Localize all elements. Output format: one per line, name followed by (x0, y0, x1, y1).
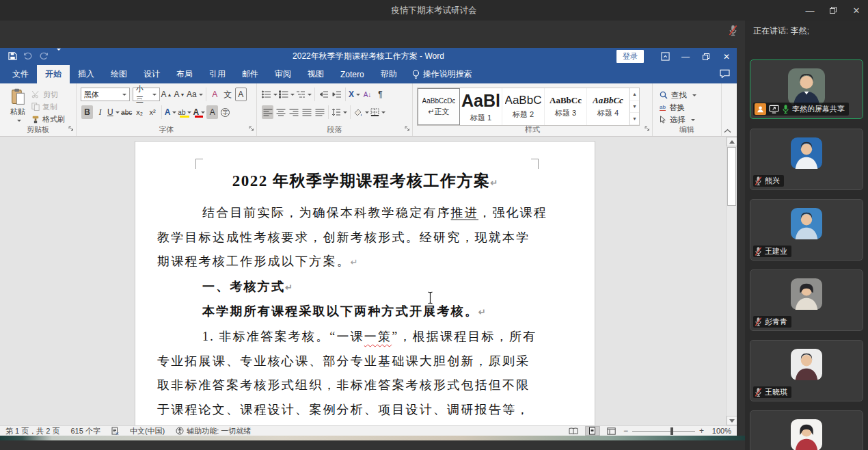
style-heading2[interactable]: AaBbC 标题 2 (502, 88, 545, 125)
undo-icon[interactable] (23, 51, 33, 63)
tab-home[interactable]: 开始 (37, 65, 70, 83)
find-button[interactable]: 查找 (660, 89, 718, 101)
align-left-button[interactable] (262, 105, 273, 119)
participant-tile[interactable]: 王晓琪 (750, 340, 863, 401)
tab-draw[interactable]: 绘图 (103, 65, 135, 83)
show-hide-pilcrow-button[interactable]: ¶ (375, 88, 386, 101)
enclose-characters-button[interactable]: 字 (219, 105, 231, 119)
distribute-button[interactable] (314, 105, 325, 119)
style-heading3[interactable]: AaBbCc 标题 3 (545, 88, 587, 125)
style-heading4[interactable]: AaBbCc 标题 4 (587, 88, 629, 125)
align-center-button[interactable] (275, 105, 286, 119)
vertical-scrollbar[interactable] (726, 137, 737, 425)
tab-view[interactable]: 视图 (299, 65, 332, 83)
character-shading-button[interactable]: A (206, 105, 218, 119)
web-layout-icon[interactable] (604, 426, 619, 436)
font-name-combo[interactable]: 黑体 (81, 88, 130, 101)
read-mode-icon[interactable] (566, 426, 581, 436)
page-indicator[interactable]: 第 1 页，共 2 页 (5, 426, 59, 436)
paragraph-dialog-launcher[interactable] (405, 122, 410, 134)
word-close-icon[interactable]: ✕ (716, 48, 737, 65)
sign-in-button[interactable]: 登录 (616, 50, 644, 63)
zoom-slider-thumb[interactable] (670, 427, 673, 435)
copy-button[interactable]: 复制 (31, 101, 65, 112)
sort-button[interactable]: A↓ (362, 88, 373, 101)
decrease-indent-button[interactable] (318, 88, 329, 101)
participant-tile[interactable]: 王建业 (750, 199, 863, 261)
phonetic-guide-button[interactable]: 文 (222, 88, 234, 101)
styles-dialog-launcher[interactable] (645, 122, 650, 134)
qat-customize-icon[interactable] (55, 51, 61, 63)
styles-more-icon[interactable]: ▼ (630, 113, 639, 125)
numbering-button[interactable] (279, 88, 295, 101)
zoom-in-icon[interactable]: + (699, 426, 704, 436)
tab-mailings[interactable]: 邮件 (234, 65, 267, 83)
scroll-up-icon[interactable] (727, 137, 737, 146)
styles-scroll-down-icon[interactable]: ▼ (630, 101, 639, 113)
meeting-maximize-icon[interactable] (822, 0, 845, 21)
accessibility-status[interactable]: 辅助功能: 一切就绪 (176, 426, 251, 436)
text-effects-button[interactable]: A (165, 105, 177, 119)
cut-button[interactable]: 剪切 (31, 89, 65, 100)
tab-references[interactable]: 引用 (201, 65, 234, 83)
redo-icon[interactable] (39, 51, 49, 63)
borders-button[interactable] (370, 105, 385, 119)
participant-tile-presenter[interactable]: 李然的屏幕共享 (750, 59, 863, 119)
align-right-button[interactable] (288, 105, 299, 119)
clear-formatting-button[interactable]: A (209, 88, 221, 101)
highlight-button[interactable]: ab (178, 105, 191, 119)
style-heading1[interactable]: AaBl 标题 1 (460, 88, 502, 125)
participant-tile[interactable]: 彭青青 (750, 269, 863, 331)
collapse-ribbon-icon[interactable] (724, 127, 731, 135)
meeting-close-icon[interactable]: ✕ (845, 0, 868, 21)
meeting-minimize-icon[interactable]: — (798, 0, 822, 21)
line-spacing-button[interactable] (331, 105, 347, 119)
tab-design[interactable]: 设计 (135, 65, 168, 83)
clipboard-dialog-launcher[interactable] (68, 122, 74, 134)
strikethrough-button[interactable]: abc (121, 105, 133, 119)
tab-layout[interactable]: 布局 (168, 65, 201, 83)
participant-tile[interactable]: 贺嘉 (750, 410, 863, 450)
document-page[interactable]: 2022 年秋季学期课程考核工作方案↵ 结合目前实际，为确保本科教学稳定有序推进… (135, 142, 595, 425)
scrollbar-thumb[interactable] (727, 147, 736, 206)
format-painter-button[interactable]: 格式刷 (31, 114, 65, 125)
font-size-combo[interactable]: 小三 (133, 88, 160, 101)
underline-button[interactable]: U (107, 105, 120, 119)
style-normal[interactable]: AaBbCcDc ↵正文 (418, 88, 460, 125)
tab-help[interactable]: 帮助 (372, 65, 405, 83)
zoom-out-icon[interactable]: − (623, 426, 628, 436)
comments-icon[interactable] (720, 68, 730, 81)
scroll-down-icon[interactable] (727, 416, 737, 425)
italic-button[interactable]: I (94, 105, 106, 119)
tab-review[interactable]: 审阅 (267, 65, 299, 83)
asian-layout-button[interactable]: X (349, 88, 360, 101)
tab-insert[interactable]: 插入 (70, 65, 103, 83)
justify-button[interactable] (301, 105, 312, 119)
styles-scroll-up-icon[interactable]: ▲ (630, 88, 639, 101)
font-color-button[interactable]: A (193, 105, 205, 119)
participant-tile[interactable]: 熊兴 (750, 129, 863, 190)
replace-button[interactable]: ab 替换 (660, 101, 718, 114)
word-restore-icon[interactable] (696, 48, 716, 65)
font-dialog-launcher[interactable] (249, 122, 254, 134)
shrink-font-button[interactable]: A▼ (174, 88, 185, 101)
ribbon-display-options-icon[interactable] (655, 48, 675, 65)
zoom-slider[interactable] (632, 431, 695, 432)
print-layout-icon[interactable] (585, 426, 600, 436)
language-indicator[interactable]: 中文(中国) (130, 426, 165, 436)
change-case-button[interactable]: Aa (187, 88, 203, 101)
paste-button[interactable]: 粘贴 (4, 86, 31, 125)
bullets-button[interactable] (262, 88, 277, 101)
subscript-button[interactable]: x₂ (134, 105, 146, 119)
tab-file[interactable]: 文件 (4, 65, 37, 83)
save-icon[interactable] (8, 51, 17, 63)
superscript-button[interactable]: x² (147, 105, 159, 119)
tell-me-search[interactable]: 操作说明搜索 (405, 65, 479, 83)
grow-font-button[interactable]: A▲ (161, 88, 172, 101)
word-count[interactable]: 615 个字 (70, 426, 100, 436)
multilevel-list-button[interactable] (296, 88, 312, 101)
tab-zotero[interactable]: Zotero (332, 65, 372, 83)
word-minimize-icon[interactable]: — (675, 48, 696, 65)
zoom-level[interactable]: 100% (708, 427, 731, 435)
increase-indent-button[interactable] (331, 88, 342, 101)
